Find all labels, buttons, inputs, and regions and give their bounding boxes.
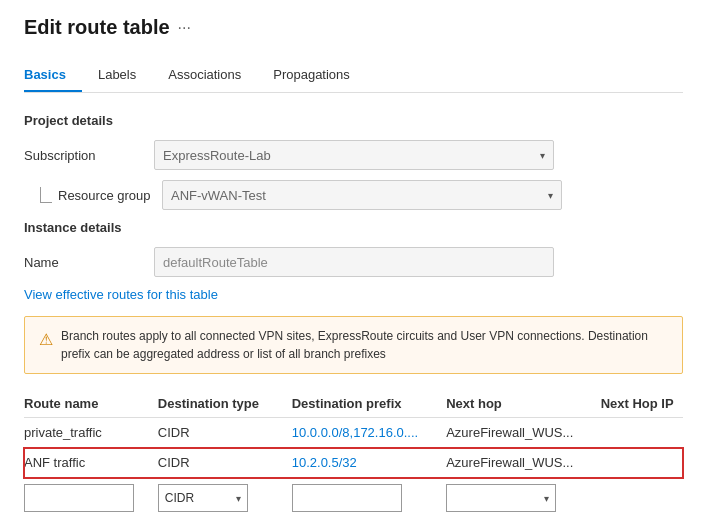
route-name-cell-2: ANF traffic bbox=[24, 448, 158, 478]
more-options-icon[interactable]: ··· bbox=[178, 19, 191, 37]
col-header-next-hop-ip: Next Hop IP bbox=[601, 390, 683, 418]
tab-basics[interactable]: Basics bbox=[24, 59, 82, 92]
name-value: defaultRouteTable bbox=[163, 255, 268, 270]
warning-icon: ⚠ bbox=[39, 328, 53, 352]
new-route-row: CIDR ▾ ▾ bbox=[24, 478, 683, 516]
next-hop-cell: AzureFirewall_WUS... bbox=[446, 418, 600, 448]
subscription-value: ExpressRoute-Lab bbox=[163, 148, 271, 163]
warning-banner: ⚠ Branch routes apply to all connected V… bbox=[24, 316, 683, 374]
resource-group-value: ANF-vWAN-Test bbox=[171, 188, 266, 203]
new-dest-prefix-input[interactable] bbox=[292, 484, 402, 512]
table-row: private_traffic CIDR 10.0.0.0/8,172.16.0… bbox=[24, 418, 683, 448]
col-header-destination-prefix: Destination prefix bbox=[292, 390, 446, 418]
resource-group-select[interactable]: ANF-vWAN-Test ▾ bbox=[162, 180, 562, 210]
col-header-route-name: Route name bbox=[24, 390, 158, 418]
resource-group-chevron-icon: ▾ bbox=[548, 190, 553, 201]
tab-labels[interactable]: Labels bbox=[98, 59, 152, 92]
new-dest-type-value: CIDR bbox=[165, 491, 194, 505]
dest-type-chevron-icon: ▾ bbox=[236, 493, 241, 504]
col-header-destination-type: Destination type bbox=[158, 390, 292, 418]
dest-type-cell-2: CIDR bbox=[158, 448, 292, 478]
name-label: Name bbox=[24, 255, 154, 270]
col-header-next-hop: Next hop bbox=[446, 390, 600, 418]
tab-associations[interactable]: Associations bbox=[168, 59, 257, 92]
next-hop-ip-cell bbox=[601, 418, 683, 448]
table-row-highlighted: ANF traffic CIDR 10.2.0.5/32 AzureFirewa… bbox=[24, 448, 683, 478]
next-hop-cell-2: AzureFirewall_WUS... bbox=[446, 448, 600, 478]
warning-text: Branch routes apply to all connected VPN… bbox=[61, 327, 668, 363]
route-name-cell: private_traffic bbox=[24, 418, 158, 448]
dest-prefix-link[interactable]: 10.0.0.0/8,172.16.0.... bbox=[292, 425, 419, 440]
tab-propagations[interactable]: Propagations bbox=[273, 59, 366, 92]
new-route-name-input[interactable] bbox=[24, 484, 134, 512]
resource-group-label: Resource group bbox=[58, 188, 151, 203]
next-hop-ip-cell-2 bbox=[601, 448, 683, 478]
routes-table: Route name Destination type Destination … bbox=[24, 390, 683, 515]
new-nexthop-select[interactable]: ▾ bbox=[446, 484, 556, 512]
dest-prefix-cell-2: 10.2.0.5/32 bbox=[292, 448, 446, 478]
subscription-label: Subscription bbox=[24, 148, 154, 163]
dest-prefix-link-2[interactable]: 10.2.0.5/32 bbox=[292, 455, 357, 470]
tab-bar: Basics Labels Associations Propagations bbox=[24, 59, 683, 93]
nexthop-chevron-icon: ▾ bbox=[544, 493, 549, 504]
new-dest-type-select[interactable]: CIDR ▾ bbox=[158, 484, 248, 512]
subscription-select[interactable]: ExpressRoute-Lab ▾ bbox=[154, 140, 554, 170]
view-effective-routes-link[interactable]: View effective routes for this table bbox=[24, 287, 218, 302]
subscription-chevron-icon: ▾ bbox=[540, 150, 545, 161]
dest-type-cell: CIDR bbox=[158, 418, 292, 448]
page-title: Edit route table bbox=[24, 16, 170, 39]
dest-prefix-cell: 10.0.0.0/8,172.16.0.... bbox=[292, 418, 446, 448]
name-input[interactable]: defaultRouteTable bbox=[154, 247, 554, 277]
instance-details-label: Instance details bbox=[24, 220, 683, 235]
project-details-label: Project details bbox=[24, 113, 683, 128]
